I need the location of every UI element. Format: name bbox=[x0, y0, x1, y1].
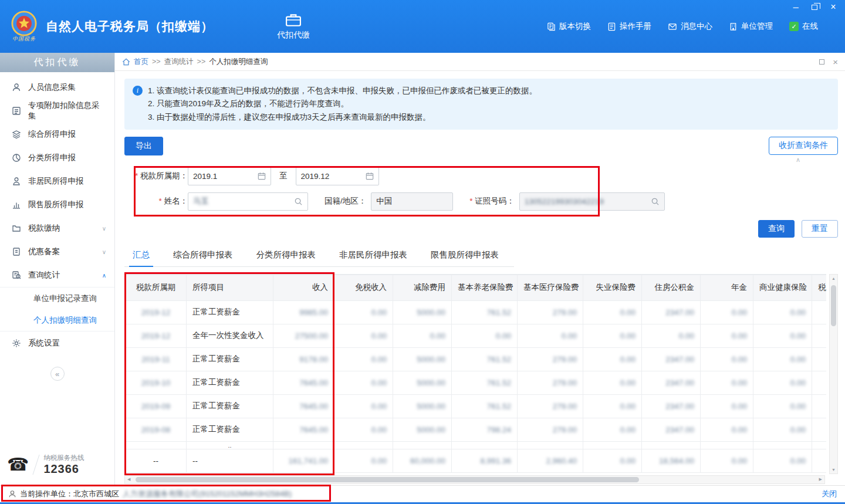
name-input[interactable]: 马某 bbox=[188, 192, 308, 211]
id-number-input[interactable]: 130522199303042219 bbox=[519, 192, 665, 211]
nationality-input[interactable]: 中国 bbox=[371, 192, 453, 211]
logo-text: 中国税务 bbox=[12, 35, 36, 43]
hotline-number: 12366 bbox=[43, 462, 84, 476]
reset-button[interactable]: 重置 bbox=[802, 220, 838, 238]
collapse-query-button[interactable]: 收折查询条件 bbox=[769, 137, 838, 155]
table-row: 2019-12 正常工资薪金 9985.00 0.00 5000.00 761.… bbox=[126, 300, 827, 324]
message-center-link[interactable]: 消息中心 bbox=[668, 21, 712, 32]
table-row: 2019-09 正常工资薪金 7645.00 0.00 5000.00 761.… bbox=[126, 394, 827, 418]
panel-restore-icon[interactable] bbox=[819, 59, 824, 65]
calendar-icon[interactable] bbox=[258, 172, 266, 180]
col-pension: 基本养老保险费 bbox=[452, 275, 518, 300]
col-housing-fund: 住房公积金 bbox=[642, 275, 701, 300]
caret-up-icon[interactable]: ∧ bbox=[796, 156, 800, 164]
sidebar-item-nonresident-income[interactable]: 非居民所得申报 bbox=[0, 170, 114, 193]
table-body: 2019-12 正常工资薪金 9985.00 0.00 5000.00 761.… bbox=[126, 300, 827, 472]
phone-icon: ☎ bbox=[7, 456, 29, 473]
col-unemployment: 失业保险费 bbox=[583, 275, 642, 300]
calendar-icon[interactable] bbox=[366, 172, 374, 180]
manual-icon bbox=[607, 22, 616, 31]
query-statistics-submenu: 单位申报记录查询 个人扣缴明细查询 bbox=[0, 287, 114, 332]
horizontal-scrollbar-thumb[interactable] bbox=[136, 477, 639, 482]
tab-comprehensive-income[interactable]: 综合所得申报表 bbox=[165, 246, 241, 266]
hotline: ☎ 纳税服务热线 12366 bbox=[7, 454, 84, 476]
query-form: 税款所属期： 2019.1 至 2019.12 姓名： bbox=[124, 167, 838, 211]
sidebar-subitem-personal-withholding-detail-query[interactable]: 个人扣缴明细查询 bbox=[0, 309, 114, 331]
org-manage-link[interactable]: 单位管理 bbox=[729, 21, 773, 32]
sidebar-item-special-deduction[interactable]: 专项附加扣除信息采集 bbox=[0, 99, 114, 123]
sidebar-item-restricted-shares[interactable]: 限售股所得申报 bbox=[0, 193, 114, 217]
sidebar-item-tax-payment[interactable]: 税款缴纳 ∨ bbox=[0, 217, 114, 240]
manual-link[interactable]: 操作手册 bbox=[607, 21, 651, 32]
breadcrumb-home-link[interactable]: 首页 bbox=[134, 57, 148, 67]
status-bar: 当前操作单位：北京市西城区 人力资源服务有限公司(915201152MMH3H2… bbox=[0, 485, 845, 502]
col-income: 收入 bbox=[273, 275, 334, 300]
sidebar-collapse-button[interactable]: « bbox=[50, 367, 65, 381]
sidebar-item-personnel-info[interactable]: 人员信息采集 bbox=[0, 76, 114, 99]
period-label: 税款所属期： bbox=[124, 171, 188, 181]
panel-close-icon[interactable]: × bbox=[833, 57, 838, 67]
query-button[interactable]: 查询 bbox=[758, 220, 795, 238]
sidebar-item-label: 优惠备案 bbox=[28, 246, 60, 257]
subitem-label: 单位申报记录查询 bbox=[33, 293, 97, 304]
sidebar-item-label: 分类所得申报 bbox=[28, 153, 76, 163]
table-row: 2019-08 正常工资薪金 7645.00 0.00 5000.00 798.… bbox=[126, 418, 827, 441]
breadcrumb-current: 个人扣缴明细查询 bbox=[209, 57, 268, 67]
close-icon[interactable]: × bbox=[829, 3, 838, 11]
scroll-up-icon[interactable]: ▲ bbox=[832, 276, 836, 280]
person-outline-icon bbox=[12, 177, 21, 186]
vertical-scrollbar-thumb[interactable] bbox=[831, 285, 836, 326]
sidebar-item-classified-income[interactable]: 分类所得申报 bbox=[0, 146, 114, 170]
app-logo: 中国税务 bbox=[11, 10, 38, 43]
col-cutoff: 税 bbox=[812, 275, 827, 300]
online-status[interactable]: ✓ 在线 bbox=[789, 21, 818, 32]
col-annuity: 年金 bbox=[701, 275, 753, 300]
period-from-input[interactable]: 2019.1 bbox=[188, 167, 271, 185]
tab-nonresident-income[interactable]: 非居民所得申报表 bbox=[331, 246, 415, 266]
sidebar-item-label: 系统设置 bbox=[28, 338, 60, 349]
manual-label: 操作手册 bbox=[620, 21, 651, 32]
breadcrumb-section: 查询统计 bbox=[164, 57, 194, 67]
period-to-value: 2019.12 bbox=[301, 172, 362, 181]
home-icon bbox=[122, 58, 130, 66]
export-button[interactable]: 导出 bbox=[124, 137, 163, 155]
form-row-period: 税款所属期： 2019.1 至 2019.12 bbox=[124, 167, 838, 185]
breadcrumb-separator: >> bbox=[152, 57, 161, 66]
scroll-left-icon[interactable]: ◀ bbox=[127, 477, 130, 482]
sidebar-item-system-settings[interactable]: 系统设置 bbox=[0, 332, 114, 355]
building-icon bbox=[729, 22, 738, 31]
scroll-down-icon[interactable]: ▼ bbox=[832, 468, 836, 472]
horizontal-scrollbar[interactable]: ◀ ▶ bbox=[124, 475, 825, 484]
vertical-scrollbar[interactable]: ▲ ▼ bbox=[829, 274, 838, 474]
tab-restricted-shares[interactable]: 限售股所得申报表 bbox=[422, 246, 507, 266]
user-icon bbox=[8, 490, 16, 498]
online-check-icon: ✓ bbox=[789, 22, 799, 31]
breadcrumb-separator: >> bbox=[197, 57, 206, 66]
online-label: 在线 bbox=[802, 21, 818, 32]
header-tab-daikoudaijiao[interactable]: 代扣代缴 bbox=[277, 13, 310, 40]
tab-summary[interactable]: 汇总 bbox=[124, 246, 158, 266]
search-icon[interactable] bbox=[294, 197, 303, 206]
search-icon[interactable] bbox=[651, 197, 660, 206]
sidebar-item-preferential-filing[interactable]: 优惠备案 ∨ bbox=[0, 240, 114, 263]
header-links: 版本切换 操作手册 消息中心 单位管理 ✓ 在线 bbox=[547, 21, 818, 32]
sidebar-item-label: 人员信息采集 bbox=[28, 82, 76, 93]
tab-classified-income[interactable]: 分类所得申报表 bbox=[248, 246, 325, 266]
minimize-icon[interactable]: ─ bbox=[791, 3, 800, 11]
version-switch-link[interactable]: 版本切换 bbox=[547, 21, 591, 32]
app-header: ─ × 中国税务 自然人电子税务局（扣缴端） 代扣代缴 bbox=[0, 0, 845, 53]
sidebar-item-label: 非居民所得申报 bbox=[28, 176, 84, 187]
search-report-icon bbox=[12, 270, 21, 280]
period-from-value: 2019.1 bbox=[193, 172, 254, 181]
restore-icon[interactable] bbox=[810, 3, 819, 11]
sidebar-subitem-unit-declaration-query[interactable]: 单位申报记录查询 bbox=[0, 287, 114, 309]
period-to-input[interactable]: 2019.12 bbox=[296, 167, 379, 185]
sidebar-item-comprehensive-income[interactable]: 综合所得申报 bbox=[0, 123, 114, 146]
table-row: 2019-12 全年一次性奖金收入 27500.00 0.00 0.00 0.0… bbox=[126, 324, 827, 347]
scroll-right-icon[interactable]: ▶ bbox=[819, 477, 822, 482]
to-label: 至 bbox=[279, 171, 288, 181]
close-link[interactable]: 关闭 bbox=[822, 489, 837, 499]
briefcase-icon bbox=[286, 13, 301, 27]
form-row-person: 姓名： 马某 国籍/地区： 中国 证照号码： 13052 bbox=[124, 192, 838, 211]
sidebar-item-query-statistics[interactable]: 查询统计 ∧ bbox=[0, 263, 114, 287]
